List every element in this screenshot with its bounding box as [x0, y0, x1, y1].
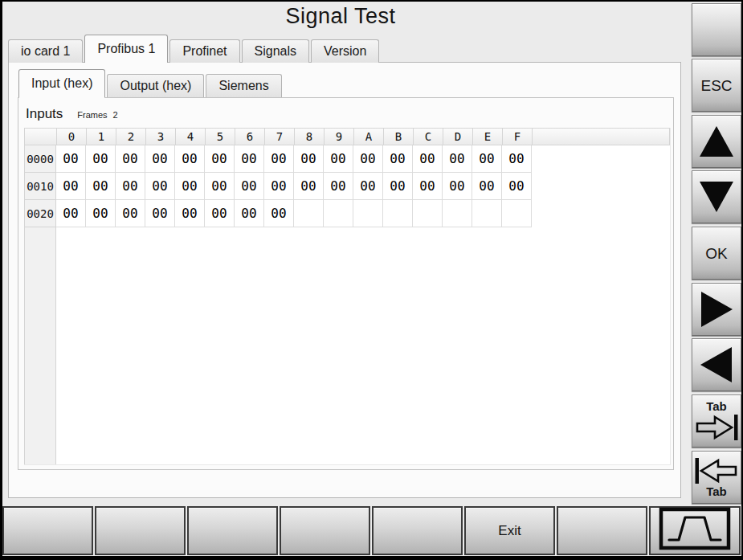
hex-cell-0000-5: 00 [205, 145, 235, 173]
down-key[interactable] [692, 170, 741, 223]
hex-col-header-a: A [354, 129, 384, 145]
main-tab-io-card-1[interactable]: io card 1 [8, 39, 83, 63]
hex-cell-0010-6: 00 [235, 173, 264, 200]
hex-col-header-8: 8 [295, 129, 325, 145]
frames-label: Frames [77, 110, 107, 120]
hex-col-header-7: 7 [265, 129, 295, 145]
hex-row-header-0000: 0000 [24, 145, 56, 173]
tab-forward-icon [694, 413, 739, 442]
frames-value: 2 [113, 110, 118, 120]
tab-backward-key[interactable]: Tab [692, 451, 741, 504]
hex-cell-0000-D: 00 [443, 145, 472, 173]
hex-cell-0010-2: 00 [116, 173, 145, 200]
hex-col-header-9: 9 [325, 129, 354, 145]
hex-table: 0123456789ABCDEF 00000000000000000000000… [24, 128, 671, 465]
main-tab-version[interactable]: Version [311, 39, 379, 63]
hex-cell-0010-3: 00 [145, 173, 175, 200]
hex-col-header-4: 4 [176, 129, 206, 145]
inputs-section-header: Inputs Frames 2 [26, 106, 118, 122]
hex-header-filler [533, 129, 669, 145]
softkey-7[interactable] [557, 506, 647, 555]
hex-cell-0000-3: 00 [145, 145, 175, 173]
hex-row-header-0010: 0010 [24, 173, 56, 200]
hex-cell-0020-7: 00 [264, 200, 294, 227]
hex-cell-0000-2: 00 [116, 145, 145, 173]
softkey-exit-label: Exit [498, 523, 521, 539]
softkey-2[interactable] [95, 506, 186, 555]
hex-cell-0020-2: 00 [116, 200, 145, 227]
hex-cell-0020-6: 00 [235, 200, 264, 227]
page-title: Signal Test [0, 4, 681, 29]
hex-cell-0020-B [383, 200, 413, 227]
hex-cell-0010-5: 00 [205, 173, 235, 200]
left-arrow-icon [699, 345, 734, 384]
hex-cell-0010-A: 00 [353, 173, 383, 200]
hex-cell-0020-0: 00 [56, 200, 86, 227]
softkey-1[interactable] [2, 506, 93, 555]
hex-cell-0010-8: 00 [294, 173, 324, 200]
sub-tab-output-hex[interactable]: Output (hex) [107, 74, 204, 97]
main-tab-signals[interactable]: Signals [242, 39, 309, 63]
up-key[interactable] [692, 115, 741, 168]
hex-col-header-0: 0 [57, 129, 87, 145]
hex-cell-0020-1: 00 [86, 200, 116, 227]
down-arrow-icon [698, 180, 735, 214]
tab-forward-key[interactable]: Tab [692, 394, 741, 448]
softkey-3[interactable] [187, 506, 278, 555]
hex-cell-0010-D: 00 [443, 173, 472, 200]
hex-cell-0010-E: 00 [472, 173, 502, 200]
hex-cell-0020-9 [324, 200, 353, 227]
main-tab-profibus-1[interactable]: Profibus 1 [84, 35, 168, 63]
ok-key[interactable]: OK [692, 227, 741, 280]
main-tab-profinet[interactable]: Profinet [169, 39, 239, 63]
hex-col-header-2: 2 [116, 129, 146, 145]
hex-col-header-6: 6 [235, 129, 265, 145]
hex-cell-0010-4: 00 [175, 173, 205, 200]
hex-cell-0020-5: 00 [205, 200, 235, 227]
hex-col-header-e: E [473, 129, 503, 145]
tab-backward-key-label: Tab [706, 485, 727, 499]
hex-cell-0010-C: 00 [413, 173, 443, 200]
hex-cell-0000-8: 00 [294, 145, 324, 173]
hex-cell-0020-4: 00 [175, 200, 205, 227]
hex-cell-0010-B: 00 [383, 173, 413, 200]
main-tab-bar: io card 1Profibus 1ProfinetSignalsVersio… [8, 35, 381, 63]
sub-tab-siemens[interactable]: Siemens [206, 74, 281, 97]
hex-cell-0000-9: 00 [324, 145, 353, 173]
hex-cell-0020-C [413, 200, 443, 227]
hex-cell-0010-9: 00 [324, 173, 353, 200]
hex-col-header-3: 3 [146, 129, 176, 145]
hex-col-header-1: 1 [87, 129, 116, 145]
hex-row-0020: 00200000000000000000 [24, 200, 670, 227]
hex-cell-0000-4: 00 [175, 145, 205, 173]
tab-backward-icon [694, 456, 739, 485]
softkey-5[interactable] [372, 506, 463, 555]
hex-cell-0000-F: 00 [502, 145, 532, 173]
sub-tab-bar: Input (hex)Output (hex)Siemens [18, 69, 284, 97]
left-key[interactable] [692, 338, 741, 391]
hex-table-body: 0000000000000000000000000000000000000010… [24, 145, 670, 227]
ok-key-label: OK [705, 246, 727, 261]
hex-table-header-row: 0123456789ABCDEF [24, 128, 670, 145]
hex-cell-0020-D [443, 200, 472, 227]
right-key[interactable] [692, 283, 741, 336]
softkey-4[interactable] [280, 506, 370, 555]
sub-tab-input-hex[interactable]: Input (hex) [18, 69, 105, 97]
hex-col-header-c: C [414, 129, 443, 145]
hex-cell-0020-A [353, 200, 383, 227]
hex-cell-0000-0: 00 [56, 145, 86, 173]
blank-key[interactable] [692, 3, 741, 56]
hex-cell-0010-F: 00 [502, 173, 532, 200]
hex-col-header-b: B [384, 129, 414, 145]
hex-cell-0010-7: 00 [264, 173, 294, 200]
esc-key[interactable]: ESC [692, 59, 741, 112]
hex-cell-0020-8 [294, 200, 324, 227]
hex-cell-0000-7: 00 [264, 145, 294, 173]
softkey-pulse[interactable] [649, 506, 741, 555]
softkey-exit[interactable]: Exit [464, 506, 555, 555]
up-arrow-icon [698, 125, 735, 158]
hex-col-header-f: F [503, 129, 533, 145]
hex-row-0010: 001000000000000000000000000000000000 [24, 173, 670, 200]
hex-cell-0020-3: 00 [145, 200, 175, 227]
hex-cell-0000-E: 00 [472, 145, 502, 173]
